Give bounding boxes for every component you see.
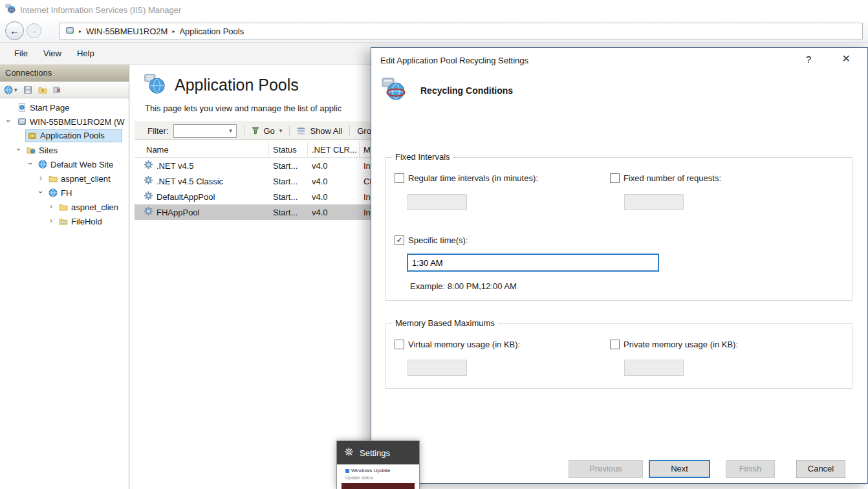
filter-input[interactable]: ▾ [173,124,237,138]
breadcrumb-item-server[interactable]: WIN-55BMEU1RO2M [86,27,168,36]
dropdown-caret-icon: ▾ [14,87,17,93]
tree-item-sites[interactable]: › Sites [0,143,129,157]
cell-status: Start... [269,177,308,186]
connections-header: Connections [0,65,129,82]
settings-thumbnail-window[interactable]: Settings Windows Update Update status [336,440,420,489]
column-header-clr[interactable]: .NET CLR... [308,142,360,157]
settings-popup-preview[interactable]: Windows Update Update status [337,464,419,489]
tree-item-start-page[interactable]: Start Page [0,100,129,114]
folder-icon [58,217,68,225]
fixed-requests-input [624,194,684,210]
tree-item-label: FileHold [71,217,102,226]
memory-maximums-group: Memory Based Maximums Virtual memory usa… [385,323,852,389]
tree-item-aspnet-client[interactable]: › aspnet_client [0,171,129,186]
forward-button[interactable]: → [27,23,41,38]
show-all-button[interactable]: Show All [310,126,342,136]
chevron-expanded-icon[interactable]: › [5,118,12,124]
cancel-button[interactable]: Cancel [796,460,845,478]
next-button[interactable]: Next [649,460,710,478]
cell-clr: v4.0 [308,177,360,186]
show-all-icon [297,127,305,135]
app-pool-gear-icon [144,206,153,218]
delete-connection-button[interactable] [53,85,61,94]
iis-manager-window: Internet Information Services (IIS) Mana… [0,0,868,489]
tree-item-server[interactable]: › WIN-55BMEU1RO2M (W [0,114,129,129]
tree-item-aspnet-client-2[interactable]: › aspnet_clien [0,200,129,214]
up-folder-button[interactable] [38,86,47,94]
fixed-intervals-group: Fixed Intervals Regular time intervals (… [385,157,852,301]
chevron-expanded-icon[interactable]: › [16,146,22,153]
save-connections-button[interactable] [23,85,32,94]
chevron-collapsed-icon[interactable]: › [48,203,54,210]
website-globe-icon [48,188,58,197]
tree-item-label: aspnet_clien [71,202,118,212]
cell-status: Start... [269,208,308,217]
cell-name-text: DefaultAppPool [157,192,215,202]
breadcrumb-separator-icon: ▸ [79,28,81,34]
new-connection-button[interactable]: ▾ [4,85,17,94]
fixed-requests-label: Fixed number of requests: [624,173,721,183]
column-header-name[interactable]: Name [135,142,269,157]
virtual-memory-label: Virtual memory usage (in KB): [408,340,520,349]
go-button[interactable]: Go [264,126,275,136]
regular-time-intervals-label: Regular time intervals (in minutes): [408,173,538,183]
forward-icon: → [30,26,38,35]
back-icon: ← [10,25,19,36]
fixed-requests-checkbox[interactable] [610,173,620,183]
settings-preview-banner [342,483,415,489]
cell-status: Start... [269,161,308,171]
chevron-expanded-icon[interactable]: › [27,160,34,167]
checkmark-icon: ✓ [396,235,402,244]
dropdown-caret-icon[interactable]: ▾ [279,127,283,134]
menu-file[interactable]: File [6,43,36,64]
cell-name-text: .NET v4.5 [157,161,194,171]
breadcrumb-item-application-pools[interactable]: Application Pools [179,27,244,36]
regular-time-intervals-input [407,194,467,210]
filter-label: Filter: [147,126,169,136]
group-by-button[interactable]: Gro [357,126,371,136]
cell-name-text: .NET v4.5 Classic [157,177,223,186]
chevron-collapsed-icon[interactable]: › [48,217,54,224]
menu-view[interactable]: View [36,43,69,64]
application-pools-feature-icon [144,72,166,97]
virtual-memory-checkbox[interactable] [395,340,404,349]
private-memory-checkbox[interactable] [610,340,620,349]
folder-icon [48,175,58,182]
help-button[interactable]: ? [806,54,811,65]
tree-item-fh[interactable]: › FH [0,186,129,200]
specific-times-input[interactable] [407,254,658,271]
tree-item-default-web-site[interactable]: › Default Web Site [0,157,129,171]
tree-item-label: Default Web Site [50,160,113,169]
tree-selection: Application Pools [26,130,122,142]
menu-help[interactable]: Help [69,43,102,64]
cell-name-text: FHAppPool [157,208,199,217]
tree-item-label: Sites [39,146,58,155]
private-memory-label: Private memory usage (in KB): [624,340,738,349]
back-button[interactable]: ← [5,21,24,40]
settings-popup-title: Settings [360,448,390,458]
application-pools-icon [27,131,37,140]
previous-button: Previous [569,460,643,478]
settings-popup-header[interactable]: Settings [337,441,419,464]
example-text: Example: 8:00 PM,12:00 AM [410,281,517,291]
breadcrumb[interactable]: ▸ WIN-55BMEU1RO2M ▸ Application Pools [60,23,863,39]
app-pool-gear-icon [144,175,153,187]
chevron-expanded-icon[interactable]: › [38,189,44,195]
tree-item-label: Start Page [30,103,69,113]
website-globe-icon [38,160,47,169]
tree-item-application-pools[interactable]: Application Pools [0,129,129,143]
chevron-collapsed-icon[interactable]: › [38,175,44,181]
settings-page-subtitle: Update status [345,475,373,480]
tree-item-filehold[interactable]: › FileHold [0,214,129,228]
page-title: Application Pools [175,76,299,94]
close-icon[interactable]: × [842,50,850,66]
regular-time-intervals-checkbox[interactable] [395,173,404,183]
toolbar-divider [289,125,290,136]
column-header-status[interactable]: Status [269,142,308,157]
folder-icon [58,203,68,211]
dialog-heading: Recycling Conditions [420,85,513,96]
specific-times-checkbox[interactable]: ✓ [395,235,404,245]
iis-logo-icon [5,3,16,16]
dropdown-caret-icon[interactable]: ▾ [226,125,236,137]
gear-icon [344,447,354,459]
